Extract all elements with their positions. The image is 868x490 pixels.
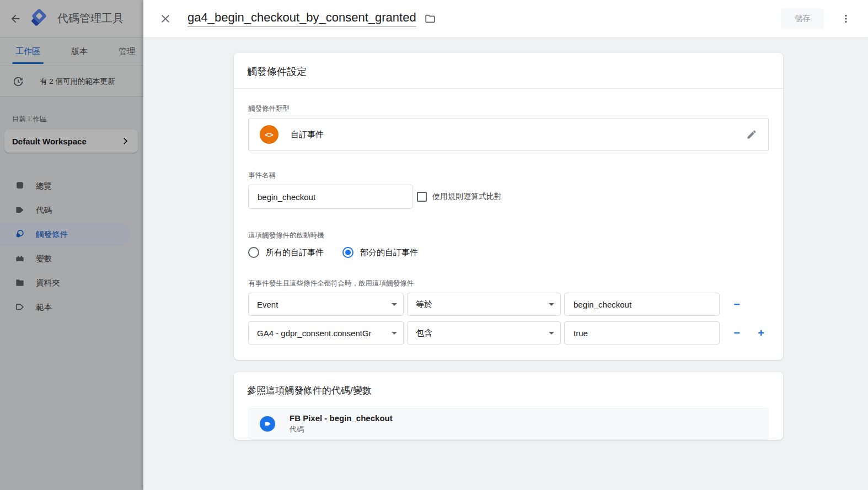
overview-icon [14, 180, 26, 192]
sidebar-item-label: 代碼 [36, 205, 52, 216]
sidebar-item-label: 範本 [36, 302, 52, 313]
more-options-icon[interactable] [838, 11, 854, 26]
tab-versions[interactable]: 版本 [71, 37, 88, 66]
trigger-type-label: 觸發條件類型 [248, 104, 769, 114]
gtm-app-header: 代碼管理工具 [0, 0, 143, 37]
tag-icon [14, 204, 26, 216]
reference-item[interactable]: FB Pixel - begin_checkout 代碼 [248, 408, 769, 440]
radio-some-custom-events[interactable]: 部分的自訂事件 [342, 247, 418, 258]
workspace-tabs: 工作區 版本 管理 [0, 37, 143, 66]
reference-title: FB Pixel - begin_checkout [290, 413, 393, 423]
gtm-left-panel: 代碼管理工具 工作區 版本 管理 有 2 個可用的範本更新 目前工作區 Defa… [0, 0, 143, 490]
sidebar-item-folders[interactable]: 資料夾 [0, 271, 143, 295]
template-update-text: 有 2 個可用的範本更新 [40, 77, 115, 87]
folder-icon[interactable] [424, 13, 436, 25]
sidebar-item-overview[interactable]: 總覽 [0, 174, 143, 198]
trigger-editor-panel: ga4_begin_checkout_by_consent_granted 儲存… [143, 0, 868, 490]
editor-header: ga4_begin_checkout_by_consent_granted 儲存 [143, 0, 868, 38]
app-title: 代碼管理工具 [57, 11, 124, 26]
trigger-name-field[interactable]: ga4_begin_checkout_by_consent_granted [187, 10, 416, 27]
current-workspace-label: 目前工作區 [12, 115, 143, 124]
trigger-type-value: 自訂事件 [291, 130, 324, 140]
event-name-input[interactable] [248, 185, 412, 209]
sidebar-item-variables[interactable]: 變數 [0, 246, 143, 271]
chevron-down-icon [392, 303, 397, 306]
update-icon [12, 76, 24, 88]
folder-icon [14, 277, 26, 289]
remove-condition-button[interactable]: − [730, 327, 744, 338]
sidebar-item-tags[interactable]: 代碼 [0, 198, 143, 222]
edit-pencil-icon[interactable] [746, 129, 757, 140]
sidebar-nav: 總覽 代碼 觸發條件 變數 資料夾 [0, 174, 143, 319]
remove-condition-button[interactable]: − [730, 299, 744, 310]
tag-ref-icon [260, 416, 275, 432]
sidebar-item-templates[interactable]: 範本 [0, 295, 143, 319]
custom-event-icon: <> [260, 125, 278, 144]
condition-operator-select[interactable]: 包含 [407, 321, 561, 344]
conditions-label: 有事件發生且這些條件全都符合時，啟用這項觸發條件 [248, 279, 769, 288]
tab-admin[interactable]: 管理 [119, 37, 135, 66]
condition-variable-select[interactable]: GA4 - gdpr_consent.consentGr [248, 321, 404, 344]
condition-row: Event 等於 − [248, 293, 769, 316]
references-card: 參照這項觸發條件的代碼/變數 FB Pixel - begin_checkout… [234, 372, 783, 440]
close-icon[interactable] [158, 11, 173, 26]
radio-unselected-icon[interactable] [248, 247, 259, 258]
reference-type: 代碼 [290, 424, 393, 434]
trigger-type-selector[interactable]: <> 自訂事件 [248, 118, 769, 151]
regex-match-checkbox[interactable] [417, 192, 427, 202]
template-update-banner[interactable]: 有 2 個可用的範本更新 [0, 66, 143, 97]
chevron-down-icon [549, 332, 554, 335]
editor-body: 觸發條件設定 觸發條件類型 <> 自訂事件 事件名稱 使用規則運 [143, 38, 868, 490]
fires-on-label: 這項觸發條件的啟動時機 [248, 231, 769, 240]
chevron-down-icon [549, 303, 554, 306]
references-header: 參照這項觸發條件的代碼/變數 [234, 372, 783, 408]
condition-operator-select[interactable]: 等於 [407, 293, 561, 316]
trigger-icon [14, 228, 26, 240]
trigger-settings-card: 觸發條件設定 觸發條件類型 <> 自訂事件 事件名稱 使用規則運 [234, 53, 783, 360]
sidebar-item-label: 變數 [36, 254, 52, 264]
save-button[interactable]: 儲存 [781, 8, 824, 29]
event-name-label: 事件名稱 [248, 171, 769, 180]
radio-selected-icon[interactable] [342, 247, 353, 258]
workspace-name: Default Workspace [12, 137, 120, 146]
add-condition-button[interactable]: + [754, 327, 768, 338]
sidebar-item-label: 總覽 [36, 181, 52, 191]
workspace-selector[interactable]: Default Workspace [4, 130, 138, 153]
condition-variable-select[interactable]: Event [248, 293, 404, 316]
chevron-right-icon [120, 136, 130, 146]
condition-value-input[interactable] [564, 321, 720, 344]
trigger-settings-header: 觸發條件設定 [234, 53, 783, 89]
chevron-down-icon [392, 332, 397, 335]
radio-all-custom-events[interactable]: 所有的自訂事件 [248, 247, 324, 258]
condition-row: GA4 - gdpr_consent.consentGr 包含 − + [248, 321, 769, 344]
sidebar-item-label: 觸發條件 [36, 229, 68, 240]
tab-workspace[interactable]: 工作區 [15, 37, 40, 66]
regex-match-label: 使用規則運算式比對 [432, 192, 502, 202]
variable-icon [14, 252, 26, 265]
back-arrow-icon[interactable] [6, 9, 25, 29]
condition-value-input[interactable] [564, 293, 720, 316]
gtm-logo-icon [28, 8, 50, 30]
sidebar-item-triggers[interactable]: 觸發條件 [0, 222, 131, 246]
template-icon [14, 301, 26, 313]
sidebar-item-label: 資料夾 [36, 278, 60, 288]
